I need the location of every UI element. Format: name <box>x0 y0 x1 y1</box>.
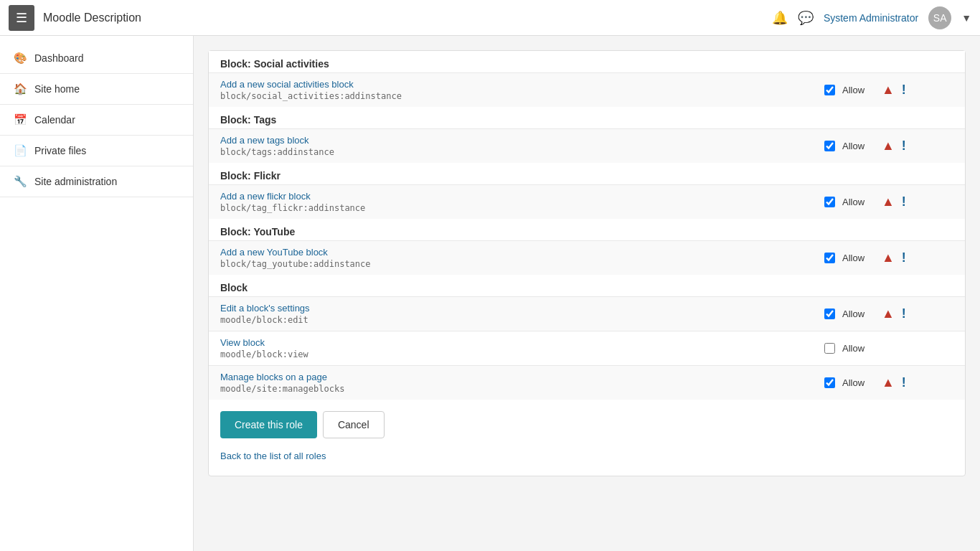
perm-code-add-tags-block: block/tags:addinstance <box>220 147 334 157</box>
perm-row-add-tags-block: Add a new tags block block/tags:addinsta… <box>209 128 965 163</box>
perm-link-add-social-block[interactable]: Add a new social activities block <box>220 79 824 90</box>
perm-row-info-add-social-block: Add a new social activities block block/… <box>220 79 824 101</box>
perm-controls-edit-block-settings: Allow ▲ ! <box>824 306 953 321</box>
app-title: Moodle Description <box>43 11 141 24</box>
perm-row-info-add-tags-block: Add a new tags block block/tags:addinsta… <box>220 135 824 157</box>
create-role-button[interactable]: Create this role <box>220 411 317 438</box>
user-dropdown-caret[interactable]: ▼ <box>961 12 971 24</box>
sidebar-item-site-admin[interactable]: 🔧 Site administration <box>0 166 193 197</box>
sidebar-item-label-dashboard: Dashboard <box>34 52 84 64</box>
sidebar-item-label-site-home: Site home <box>34 83 80 95</box>
dashboard-icon: 🎨 <box>13 52 27 65</box>
perm-row-view-block: View block moodle/block:view Allow <box>209 331 965 365</box>
perm-warn-add-tags-block: ▲ <box>882 138 895 154</box>
perm-link-manage-blocks[interactable]: Manage blocks on a page <box>220 372 824 382</box>
sidebar-item-site-home[interactable]: 🏠 Site home <box>0 74 193 105</box>
layout: 🎨 Dashboard 🏠 Site home 📅 Calendar 📄 Pri… <box>0 36 980 551</box>
perm-info-add-youtube-block[interactable]: ! <box>902 250 906 265</box>
perm-controls-add-youtube-block: Allow ▲ ! <box>824 250 953 265</box>
perm-controls-add-tags-block: Allow ▲ ! <box>824 138 953 154</box>
sidebar: 🎨 Dashboard 🏠 Site home 📅 Calendar 📄 Pri… <box>0 36 194 551</box>
perm-info-add-social-block[interactable]: ! <box>902 83 906 98</box>
file-icon: 📄 <box>13 144 27 157</box>
sidebar-item-label-site-admin: Site administration <box>34 176 117 187</box>
perm-info-manage-blocks[interactable]: ! <box>902 375 906 390</box>
section-header-tags: Block: Tags <box>209 107 965 128</box>
sidebar-item-dashboard[interactable]: 🎨 Dashboard <box>0 43 193 74</box>
sidebar-item-calendar[interactable]: 📅 Calendar <box>0 105 193 136</box>
perm-warn-add-youtube-block: ▲ <box>882 250 895 265</box>
perm-info-edit-block-settings[interactable]: ! <box>902 306 906 321</box>
perm-allow-label-add-youtube-block: Allow <box>842 253 875 263</box>
section-header-flickr: Block: Flickr <box>209 163 965 184</box>
perm-link-add-flickr-block[interactable]: Add a new flickr block <box>220 191 824 202</box>
perm-code-add-social-block: block/social_activities:addinstance <box>220 91 402 101</box>
permissions-card: Block: Social activities Add a new socia… <box>208 50 966 476</box>
perm-code-view-block: moodle/block:view <box>220 349 308 359</box>
perm-warn-add-social-block: ▲ <box>882 83 895 98</box>
wrench-icon: 🔧 <box>13 175 27 188</box>
back-to-roles-link[interactable]: Back to the list of all roles <box>220 451 326 461</box>
perm-warn-manage-blocks: ▲ <box>882 375 895 390</box>
perm-row-add-flickr-block: Add a new flickr block block/tag_flickr:… <box>209 184 965 219</box>
message-icon[interactable]: 💬 <box>798 10 814 26</box>
perm-row-add-youtube-block: Add a new YouTube block block/tag_youtub… <box>209 240 965 275</box>
perm-link-add-youtube-block[interactable]: Add a new YouTube block <box>220 247 824 258</box>
perm-row-info-add-youtube-block: Add a new YouTube block block/tag_youtub… <box>220 247 824 269</box>
perm-row-info-edit-block-settings: Edit a block's settings moodle/block:edi… <box>220 303 824 325</box>
perm-code-add-youtube-block: block/tag_youtube:addinstance <box>220 259 371 269</box>
avatar-initial: SA <box>933 12 947 24</box>
perm-controls-add-flickr-block: Allow ▲ ! <box>824 194 953 209</box>
perm-allow-label-add-flickr-block: Allow <box>842 197 875 207</box>
perm-link-add-tags-block[interactable]: Add a new tags block <box>220 135 824 146</box>
header-right: 🔔 💬 System Administrator SA ▼ <box>772 6 971 29</box>
permissions-section: Block: Social activities Add a new socia… <box>209 51 965 476</box>
notification-icon[interactable]: 🔔 <box>772 10 788 26</box>
sidebar-item-label-private-files: Private files <box>34 145 86 156</box>
perm-checkbox-edit-block-settings[interactable] <box>824 309 835 319</box>
hamburger-icon: ☰ <box>16 10 27 26</box>
perm-controls-add-social-block: Allow ▲ ! <box>824 83 953 98</box>
perm-code-edit-block-settings: moodle/block:edit <box>220 315 308 325</box>
perm-controls-view-block: Allow <box>824 343 953 354</box>
home-icon: 🏠 <box>13 83 27 95</box>
calendar-icon: 📅 <box>13 113 27 126</box>
user-name-link[interactable]: System Administrator <box>824 12 918 24</box>
perm-info-add-tags-block[interactable]: ! <box>902 138 906 154</box>
perm-checkbox-add-flickr-block[interactable] <box>824 197 835 207</box>
perm-checkbox-view-block[interactable] <box>824 343 835 354</box>
section-header-block: Block <box>209 275 965 296</box>
perm-link-view-block[interactable]: View block <box>220 337 824 348</box>
perm-info-add-flickr-block[interactable]: ! <box>902 194 906 209</box>
avatar[interactable]: SA <box>928 6 951 29</box>
perm-warn-edit-block-settings: ▲ <box>882 306 895 321</box>
perm-row-info-add-flickr-block: Add a new flickr block block/tag_flickr:… <box>220 191 824 213</box>
cancel-button[interactable]: Cancel <box>323 411 385 438</box>
menu-toggle-button[interactable]: ☰ <box>9 5 34 31</box>
section-header-youtube: Block: YouTube <box>209 219 965 240</box>
perm-warn-add-flickr-block: ▲ <box>882 194 895 209</box>
sidebar-item-label-calendar: Calendar <box>34 114 75 126</box>
perm-code-manage-blocks: moodle/site:manageblocks <box>220 384 344 394</box>
perm-row-add-social-block: Add a new social activities block block/… <box>209 72 965 107</box>
perm-allow-label-add-tags-block: Allow <box>842 141 875 151</box>
perm-allow-label-view-block: Allow <box>842 343 875 354</box>
perm-allow-label-add-social-block: Allow <box>842 85 875 95</box>
back-link-area: Back to the list of all roles <box>209 450 965 476</box>
perm-row-info-view-block: View block moodle/block:view <box>220 337 824 359</box>
sidebar-item-private-files[interactable]: 📄 Private files <box>0 136 193 166</box>
perm-row-manage-blocks: Manage blocks on a page moodle/site:mana… <box>209 365 965 400</box>
perm-checkbox-manage-blocks[interactable] <box>824 377 835 388</box>
perm-checkbox-add-social-block[interactable] <box>824 85 835 95</box>
main-content: Block: Social activities Add a new socia… <box>194 36 980 551</box>
perm-code-add-flickr-block: block/tag_flickr:addinstance <box>220 203 365 213</box>
perm-controls-manage-blocks: Allow ▲ ! <box>824 375 953 390</box>
perm-checkbox-add-tags-block[interactable] <box>824 141 835 151</box>
perm-row-info-manage-blocks: Manage blocks on a page moodle/site:mana… <box>220 372 824 394</box>
action-buttons: Create this role Cancel <box>209 400 965 450</box>
perm-allow-label-manage-blocks: Allow <box>842 377 875 388</box>
section-header-social-activities: Block: Social activities <box>209 51 965 72</box>
perm-row-edit-block-settings: Edit a block's settings moodle/block:edi… <box>209 296 965 331</box>
perm-checkbox-add-youtube-block[interactable] <box>824 253 835 263</box>
perm-link-edit-block-settings[interactable]: Edit a block's settings <box>220 303 824 314</box>
